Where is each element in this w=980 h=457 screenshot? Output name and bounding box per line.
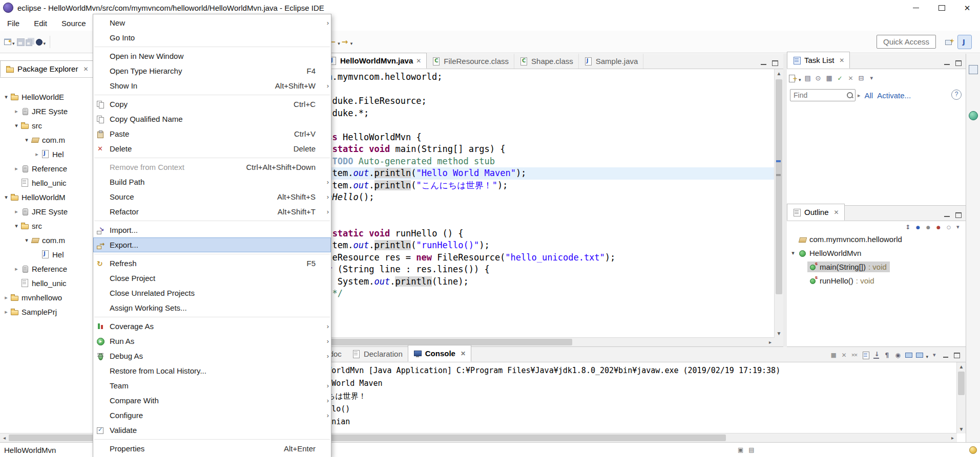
tab-package-explorer[interactable]: Package Explorer ✕	[0, 60, 94, 77]
scroll-up-icon[interactable]: ▲	[957, 362, 966, 371]
dropdown-arrow-icon[interactable]: ▾	[799, 77, 801, 82]
minimize-window-button[interactable]	[903, 0, 929, 15]
collapsed-arrow-icon[interactable]: ▸	[12, 165, 20, 172]
expanded-arrow-icon[interactable]: ▾	[12, 223, 20, 229]
expanded-arrow-icon[interactable]: ▾	[2, 94, 10, 100]
collapsed-arrow-icon[interactable]: ▸	[12, 108, 20, 115]
menu-item-debug-as[interactable]: Debug As›	[93, 349, 331, 363]
link-all[interactable]: All	[865, 91, 873, 100]
menu-item-go-into[interactable]: Go Into	[93, 30, 331, 45]
menu-item-validate[interactable]: Validate	[93, 423, 331, 438]
collapsed-arrow-icon[interactable]: ▸	[12, 266, 20, 272]
scroll-lock-icon[interactable]	[872, 351, 881, 360]
hide-fields-icon[interactable]	[913, 223, 923, 232]
delete-icon[interactable]	[96, 144, 105, 154]
console-output[interactable]: HelloWorldMvn [Java Application] C:¥Prog…	[256, 362, 957, 433]
editor-vertical-scrollbar[interactable]: ▲ ▼	[774, 69, 783, 338]
save-icon[interactable]	[16, 37, 25, 47]
export-icon[interactable]	[96, 241, 105, 250]
menu-item-team[interactable]: Team›	[93, 378, 331, 393]
forward-icon[interactable]	[341, 37, 350, 47]
mark-complete-icon[interactable]	[836, 74, 845, 83]
notifications-icon[interactable]: ▤	[748, 446, 754, 453]
dropdown-arrow-icon[interactable]: ▾	[926, 354, 928, 359]
collapse-all-icon[interactable]	[858, 74, 867, 83]
link-activate[interactable]: Activate...	[877, 91, 911, 100]
console-horizontal-scrollbar[interactable]: ◂ ▸	[256, 433, 957, 442]
launch-icon[interactable]	[34, 37, 44, 47]
outline-item-helloworldmvn[interactable]: ▾HelloWorldMvn	[787, 246, 966, 260]
presentation-icon[interactable]	[825, 74, 835, 83]
dropdown-arrow-icon[interactable]: ▾	[338, 41, 340, 46]
menu-item-paste[interactable]: PasteCtrl+V	[93, 126, 331, 141]
menu-item-configure[interactable]: Configure›	[93, 408, 331, 423]
maximize-window-button[interactable]	[929, 0, 954, 15]
collapsed-arrow-icon[interactable]: ▸	[2, 294, 10, 301]
expanded-arrow-icon[interactable]: ▾	[23, 137, 31, 143]
close-tab-icon[interactable]: ✕	[834, 209, 839, 216]
editor-tab-helloworldmvn-java[interactable]: HelloWorldMvn.java✕	[323, 53, 427, 69]
debug-icon[interactable]	[96, 352, 105, 361]
menu-item-import[interactable]: Import...	[93, 223, 331, 237]
console-vertical-scrollbar[interactable]: ▲ ▼	[956, 362, 966, 433]
menu-item-open-in-new-window[interactable]: Open in New Window	[93, 49, 331, 63]
menu-item-copy-qualified-name[interactable]: Copy Qualified Name	[93, 112, 331, 126]
dropdown-arrow-icon[interactable]: ▾	[350, 41, 353, 46]
delete-task-icon[interactable]	[847, 74, 856, 83]
copy-icon[interactable]	[96, 115, 105, 124]
menu-item-assign-working-sets[interactable]: Assign Working Sets...	[93, 300, 331, 315]
scheduled-icon[interactable]	[815, 74, 824, 83]
expand-arrow-icon[interactable]: ▸	[858, 92, 861, 99]
code-editor[interactable]: package com.mymvncom.helloworld;import e…	[256, 69, 783, 346]
close-tab-icon[interactable]: ✕	[83, 66, 88, 73]
editor-tab-shape-class[interactable]: Shape.class	[514, 54, 579, 69]
tab-outline[interactable]: Outline ✕	[787, 204, 845, 221]
sort-icon[interactable]	[903, 223, 912, 232]
validate-icon[interactable]	[96, 426, 105, 435]
collapsed-arrow-icon[interactable]: ▸	[33, 151, 41, 158]
outline-item-com-mymvncom-helloworld[interactable]: com.mymvncom.helloworld	[787, 232, 966, 246]
editor-tab-fileresource-class[interactable]: FileResource.class	[427, 54, 514, 69]
minimize-view-icon[interactable]	[944, 60, 950, 66]
menu-item-source[interactable]: SourceAlt+Shift+S›	[93, 189, 331, 204]
menu-item-open-type-hierarchy[interactable]: Open Type HierarchyF4	[93, 63, 331, 78]
menu-item-run-as[interactable]: Run As›	[93, 334, 331, 349]
scrollbar-thumb[interactable]	[958, 372, 965, 395]
import-icon[interactable]	[96, 226, 105, 235]
minimize-view-icon[interactable]	[942, 351, 951, 360]
menu-item-close-unrelated-projects[interactable]: Close Unrelated Projects	[93, 286, 331, 300]
scrollbar-thumb[interactable]	[776, 79, 782, 294]
menu-file[interactable]: File	[0, 16, 27, 30]
save-all-icon[interactable]	[25, 37, 34, 47]
scroll-right-icon[interactable]: ▸	[948, 433, 957, 442]
minimize-view-icon[interactable]	[761, 60, 767, 66]
maximize-view-icon[interactable]	[952, 351, 962, 360]
menu-item-properties[interactable]: PropertiesAlt+Enter	[93, 441, 331, 456]
open-perspective-icon[interactable]	[944, 37, 953, 47]
maximize-view-icon[interactable]	[955, 212, 962, 217]
remove-launch-icon[interactable]	[840, 351, 849, 360]
open-perspective-button[interactable]	[942, 35, 955, 49]
tab-declaration[interactable]: Declaration	[347, 346, 408, 362]
java-perspective-button[interactable]	[957, 35, 972, 49]
scroll-right-icon[interactable]: ▸	[766, 338, 775, 346]
expanded-arrow-icon[interactable]: ▾	[789, 250, 797, 256]
scroll-left-icon[interactable]: ◂	[0, 433, 9, 442]
word-wrap-icon[interactable]	[883, 351, 892, 360]
java-perspective-icon[interactable]	[960, 37, 969, 47]
view-menu-icon[interactable]	[931, 351, 940, 360]
expanded-arrow-icon[interactable]: ▾	[12, 122, 20, 129]
tab-console[interactable]: Console✕	[408, 345, 471, 362]
dropdown-arrow-icon[interactable]: ▾	[12, 41, 15, 46]
dropdown-arrow-icon[interactable]: ▾	[44, 41, 46, 46]
outline-item-runhello[interactable]: srunHello() : void	[787, 274, 966, 288]
menu-item-build-path[interactable]: Build Path›	[93, 175, 331, 189]
new-task-icon[interactable]	[788, 74, 797, 83]
expanded-arrow-icon[interactable]: ▾	[23, 237, 31, 244]
help-icon[interactable]: ?	[951, 90, 962, 100]
close-tab-icon[interactable]: ✕	[416, 57, 421, 64]
expanded-arrow-icon[interactable]: ▾	[2, 194, 10, 201]
terminate-icon[interactable]	[829, 351, 838, 360]
minimized-view-icon[interactable]	[969, 111, 978, 120]
hide-static-icon[interactable]	[924, 223, 933, 232]
